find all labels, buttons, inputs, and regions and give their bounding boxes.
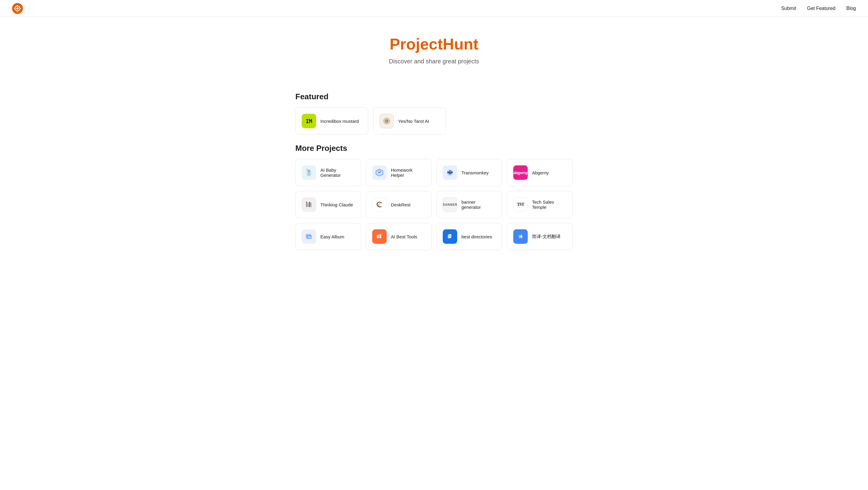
card-label-deskrest: DeskRest	[391, 202, 410, 207]
card-easy-album[interactable]: Easy Album	[296, 223, 361, 250]
icon-ai-baby-generator	[302, 165, 316, 180]
svg-point-17	[307, 169, 309, 171]
icon-banner-generator: BANNER	[443, 197, 457, 212]
icon-translate-doc: 译	[513, 229, 528, 244]
svg-point-31	[452, 172, 453, 173]
nav-links: Submit Get Featured Blog	[781, 6, 856, 11]
svg-text:译: 译	[519, 234, 523, 239]
featured-grid: IM Incredibox mustard ☽ Yes/No Tarot AI	[296, 108, 446, 135]
icon-best-directories	[443, 229, 457, 244]
card-label-translate-doc: 简译-文档翻译	[532, 234, 561, 239]
card-tech-sales-temple[interactable]: TST Tech Sales Temple	[507, 191, 572, 218]
card-label-best-directories: best directories	[461, 234, 492, 239]
svg-point-36	[306, 202, 307, 203]
card-label-thinking-claude: Thinking Claude	[320, 202, 353, 207]
icon-yes-no-tarot: ☽	[379, 114, 394, 128]
card-label-yes-no-tarot: Yes/No Tarot AI	[398, 119, 429, 124]
card-ai-best-tools[interactable]: AI Best Tools	[366, 223, 432, 250]
card-label-incredibox-mustard: Incredibox mustard	[320, 119, 359, 124]
more-projects-section-title: More Projects	[296, 144, 572, 153]
logo[interactable]	[12, 3, 23, 14]
icon-deskrest	[372, 197, 387, 212]
hero-title: ProjectHunt	[12, 35, 856, 53]
icon-thinking-claude	[302, 197, 316, 212]
svg-point-14	[309, 171, 310, 171]
hero-section: ProjectHunt Discover and share great pro…	[0, 17, 868, 77]
svg-point-29	[449, 172, 451, 174]
svg-rect-40	[308, 236, 311, 238]
more-projects-grid: AI Baby Generator Homework Helper	[296, 159, 572, 250]
card-abgerny[interactable]: abgerny Abgerny	[507, 159, 572, 186]
card-label-abgerny: Abgerny	[532, 170, 549, 175]
svg-point-27	[449, 171, 450, 172]
icon-homework-helper	[372, 165, 387, 180]
card-label-banner-generator: banner generator	[461, 199, 496, 210]
svg-rect-42	[377, 235, 379, 238]
card-label-ai-baby-generator: AI Baby Generator	[320, 168, 355, 178]
svg-point-28	[451, 171, 451, 172]
card-ai-baby-generator[interactable]: AI Baby Generator	[296, 159, 361, 186]
card-label-transmonkey: Transmonkey	[461, 170, 489, 175]
card-label-tech-sales-temple: Tech Sales Temple	[532, 199, 566, 210]
card-thinking-claude[interactable]: Thinking Claude	[296, 191, 361, 218]
main-content: Featured IM Incredibox mustard ☽ Yes/No …	[283, 77, 585, 268]
card-yes-no-tarot-ai[interactable]: ☽ Yes/No Tarot AI	[373, 108, 446, 135]
card-homework-helper[interactable]: Homework Helper	[366, 159, 432, 186]
svg-rect-32	[306, 202, 307, 207]
svg-rect-33	[307, 203, 309, 207]
svg-rect-46	[448, 234, 451, 238]
navbar: Submit Get Featured Blog	[0, 0, 868, 17]
svg-rect-34	[309, 202, 310, 207]
card-translate-doc[interactable]: 译 简译-文档翻译	[507, 223, 572, 250]
svg-rect-43	[379, 234, 381, 238]
icon-tech-sales-temple: TST	[513, 197, 528, 212]
icon-abgerny: abgerny	[513, 165, 528, 180]
nav-blog-link[interactable]: Blog	[846, 6, 856, 11]
card-banner-generator[interactable]: BANNER banner generator	[436, 191, 502, 218]
nav-submit-link[interactable]: Submit	[781, 6, 796, 11]
svg-point-30	[447, 172, 449, 173]
icon-incredibox-mustard: IM	[302, 114, 316, 128]
svg-point-13	[308, 171, 309, 171]
icon-transmonkey	[443, 165, 457, 180]
svg-point-12	[307, 173, 311, 176]
svg-point-21	[379, 170, 380, 171]
card-label-ai-best-tools: AI Best Tools	[391, 234, 417, 239]
card-label-easy-album: Easy Album	[320, 234, 344, 239]
card-transmonkey[interactable]: Transmonkey	[436, 159, 502, 186]
card-best-directories[interactable]: best directories	[436, 223, 502, 250]
icon-ai-best-tools	[372, 229, 387, 244]
nav-get-featured-link[interactable]: Get Featured	[807, 6, 835, 11]
featured-section-title: Featured	[296, 92, 572, 102]
icon-easy-album	[302, 229, 316, 244]
svg-rect-35	[310, 202, 312, 207]
card-deskrest[interactable]: DeskRest	[366, 191, 432, 218]
card-label-homework-helper: Homework Helper	[391, 168, 425, 178]
hero-subtitle: Discover and share great projects	[12, 58, 856, 65]
card-incredibox-mustard[interactable]: IM Incredibox mustard	[296, 108, 368, 135]
svg-point-0	[17, 7, 19, 9]
